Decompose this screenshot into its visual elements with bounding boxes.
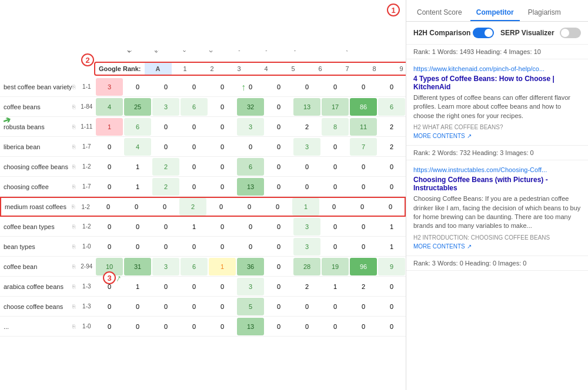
kw-cell: 0 — [265, 238, 292, 255]
kw-cell: 0 — [181, 158, 208, 176]
kw-cell: 0 — [152, 278, 179, 295]
result-url-1[interactable]: https://www.kitchenaid.com/pinch-of-help… — [413, 65, 581, 72]
kw-copy-icon[interactable]: ⎘ — [72, 84, 78, 90]
kw-cell: 0 — [151, 198, 178, 216]
tab-content-score[interactable]: Content Score — [411, 5, 468, 21]
kw-name: arabica coffee beans — [0, 283, 72, 290]
kw-range: 1-3 — [78, 283, 95, 290]
kw-row-coffee-bean-types: coffee bean types ⎘ 1-2 0 0 0 1 0 0 0 3 … — [0, 217, 406, 237]
serp-toggle[interactable] — [560, 28, 581, 38]
kw-copy-icon[interactable]: ⎘ — [72, 284, 78, 290]
kw-cell: 0 — [264, 198, 291, 216]
kw-cell: 0 — [181, 138, 208, 156]
kw-copy-icon[interactable]: ⎘ — [72, 144, 78, 150]
col-goodcup: goodcupacof... — [288, 51, 315, 59]
kw-cell: 2 — [293, 118, 320, 136]
kw-copy-icon[interactable]: ⎘ — [72, 164, 78, 170]
kw-cell: 0 — [350, 158, 377, 176]
annotation-badge-1: 1 — [387, 4, 400, 16]
kw-cell: 0 — [350, 238, 377, 255]
kw-cell: 0 — [209, 78, 236, 96]
col-coffeemade: coffeemade.e... — [234, 51, 261, 59]
kw-cell: 0 — [181, 278, 208, 295]
more-contents-2[interactable]: MORE CONTENTS ↗ — [413, 243, 581, 250]
kw-cell: 0 — [124, 318, 151, 335]
tab-plagiarism[interactable]: Plagiarism — [522, 5, 567, 21]
kw-cell: 3 — [152, 98, 179, 116]
result-title-1: 4 Types of Coffee Beans: How to Choose |… — [413, 75, 581, 91]
kw-cell: 0 — [350, 78, 377, 96]
kw-cell: 0 — [123, 198, 150, 216]
kw-cells: 0 0 0 1 0 0 0 3 0 0 1 — [95, 217, 406, 236]
kw-cell: 6 — [181, 98, 208, 116]
kw-cells: 0 4 0 0 0 0 0 3 0 7 2 — [95, 137, 406, 156]
kw-cell: 8 — [322, 118, 349, 136]
kw-cell: 0 — [265, 218, 292, 236]
kw-row-choosing-coffee: choosing coffee ⎘ 1-7 0 1 2 0 0 13 0 0 0… — [0, 177, 406, 197]
tab-competitor[interactable]: Competitor — [470, 5, 520, 21]
kw-row-coffee-beans: coffee beans ⎘ 1-84 4 25 3 6 0 32 0 13 1… — [0, 97, 406, 117]
rank-2: 2 — [199, 63, 226, 75]
kw-copy-icon[interactable]: ⎘ — [72, 264, 78, 270]
kw-copy-icon[interactable]: ⎘ — [72, 224, 78, 230]
kw-cell: 6 — [378, 98, 405, 116]
kw-cells: 0 0 0 0 0 5 0 0 0 0 0 — [95, 297, 406, 316]
kw-cell: 1 — [124, 278, 151, 295]
kw-cell: 0 — [350, 318, 377, 335]
kw-cell: 0 — [96, 158, 123, 176]
rank-7: 7 — [334, 63, 361, 75]
kw-copy-icon[interactable]: ⎘ — [72, 184, 78, 190]
kw-copy-icon[interactable]: ⎘ — [72, 204, 78, 210]
result-url-2[interactable]: https://www.instructables.com/Choosing-C… — [413, 166, 581, 173]
kw-cell: 0 — [152, 78, 179, 96]
kw-cell: 1 — [378, 218, 405, 236]
kw-name: choose coffee beans — [0, 303, 72, 310]
more-contents-1[interactable]: MORE CONTENTS ↗ — [413, 133, 581, 139]
stats-row-3: Rank: 3 Words: 0 Heading: 0 Images: 0 — [406, 256, 588, 271]
kw-cell: 0 — [265, 298, 292, 315]
kw-row-medium-roast-coffees: medium roast coffees ⎘ 1-2 0 0 0 2 0 0 0… — [0, 197, 406, 217]
kw-cells: 0 0 0 0 0 0 0 3 0 0 1 — [95, 237, 406, 256]
kw-cell: 0 — [96, 298, 123, 315]
kw-cell: 1 — [124, 178, 151, 196]
kw-copy-icon[interactable]: ⎘ — [72, 304, 78, 310]
kw-range: 1-2 — [77, 204, 94, 210]
kw-cell: 25 — [124, 98, 151, 116]
kw-cell: 0 — [293, 178, 320, 196]
kw-cell: 86 — [350, 98, 377, 116]
kw-cell: 1 — [181, 218, 208, 236]
kw-copy-icon[interactable]: ⎘ — [72, 104, 78, 110]
col-my-content: My Content — [99, 51, 126, 59]
kw-cell: 0 — [209, 218, 236, 236]
kw-copy-icon[interactable]: ⎘ — [72, 244, 78, 250]
kw-cell: 0 — [181, 178, 208, 196]
kw-range: 2-94 — [78, 263, 95, 270]
h2h-toggle[interactable] — [473, 28, 494, 38]
kw-cell: 32 — [237, 98, 264, 116]
stats-row-1: Rank: 1 Words: 1493 Heading: 4 Images: 1… — [406, 45, 588, 59]
kw-copy-icon[interactable]: ⎘ — [72, 324, 78, 330]
kw-range: 1-7 — [78, 143, 95, 150]
kw-cell: 0 — [322, 178, 349, 196]
kw-cells: 10 31 3 6 1 36 0 28 19 96 9 — [95, 257, 406, 276]
kw-row-best-coffee-bean-variety: best coffee bean variety ⎘ 1-1 3 0 0 0 0… — [0, 77, 406, 97]
kw-cell: 0 — [350, 298, 377, 315]
kw-cell: 0 — [265, 78, 292, 96]
kw-name: robusta beans — [0, 123, 72, 130]
kw-cell: 0 — [209, 298, 236, 315]
kw-cells: 0 0 0 2 0 0 0 1 0 0 0 — [94, 197, 405, 216]
kw-cell: 0 — [209, 238, 236, 255]
kw-cell: 28 — [293, 258, 320, 275]
kw-copy-icon[interactable]: ⎘ — [72, 124, 78, 130]
kw-cell: 36 — [237, 258, 264, 275]
kw-cell: 0 — [265, 318, 292, 335]
kw-cell: 0 — [322, 318, 349, 335]
kw-cell: 0 — [152, 298, 179, 315]
kw-cell: 3 — [293, 138, 320, 156]
annotation-badge-2: 2 — [81, 53, 94, 66]
rank-1: 1 — [172, 63, 199, 75]
result-card-1: https://www.kitchenaid.com/pinch-of-help… — [406, 59, 588, 146]
kw-cell: 0 — [322, 238, 349, 255]
kw-cell: 0 — [265, 158, 292, 176]
kw-cell: 1 — [209, 258, 236, 275]
